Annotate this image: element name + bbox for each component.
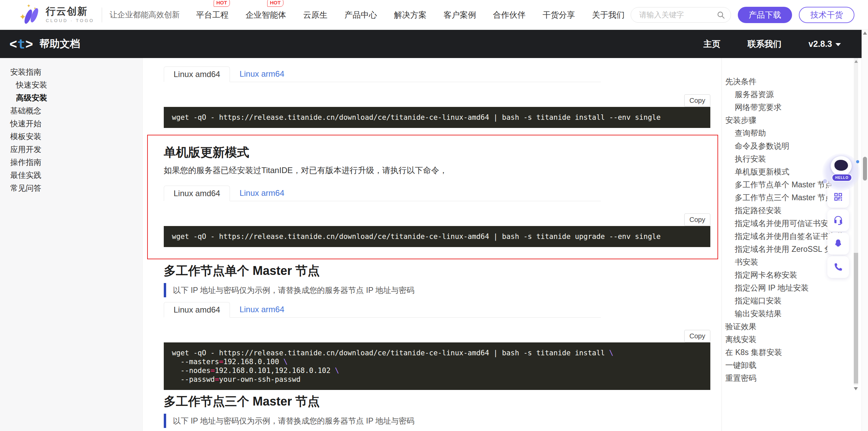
toc-item[interactable]: 验证效果 — [725, 320, 854, 333]
code-block-wrap: Copy wget -qO - https://release.titanide… — [164, 342, 710, 390]
nav-item-客户案例[interactable]: 客户案例 — [441, 7, 479, 22]
toc-item[interactable]: 重置密码 — [725, 372, 854, 385]
toc-item[interactable]: 安装步骤 — [725, 114, 854, 127]
logo-letter: t — [17, 37, 25, 52]
home-link[interactable]: 主页 — [703, 38, 720, 50]
docs-logo[interactable]: <t> — [9, 37, 33, 52]
sidebar-item[interactable]: 模板安装 — [0, 130, 142, 143]
code-block-multi-node: wget -qO - https://release.titanide.cn/d… — [164, 342, 710, 390]
sidebar-item[interactable]: 操作指南 — [0, 156, 142, 169]
logo-bracket-left: < — [9, 37, 17, 52]
note-bar — [164, 283, 166, 297]
sidebar: 安装指南快速安装高级安装基础概念快速开始模板安装应用开发操作指南最佳实践常见问答 — [0, 58, 143, 431]
tab-linux-arm64[interactable]: Linux arm64 — [230, 302, 294, 317]
toc-item[interactable]: 先决条件 — [725, 75, 854, 88]
product-download-button[interactable]: 产品下载 — [738, 7, 792, 23]
nav-item-云原生[interactable]: 云原生 — [300, 7, 330, 22]
section-title-multi-single-master: 多工作节点单个 Master 节点 — [164, 263, 710, 279]
page-scrollbar-thumb[interactable] — [863, 157, 867, 181]
toc-item[interactable]: 一键卸载 — [725, 359, 854, 372]
hot-badge: HOT — [214, 0, 230, 7]
tab-linux-amd64[interactable]: Linux amd64 — [164, 67, 230, 82]
tab-linux-amd64[interactable]: Linux amd64 — [164, 302, 230, 318]
scroll-down-icon[interactable] — [854, 387, 858, 390]
nav-item-label: 产品中心 — [344, 10, 377, 19]
toc-item[interactable]: 指定公网 IP 地址安装 — [725, 281, 854, 294]
code-block-install: wget -qO - https://release.titanide.cn/d… — [164, 107, 710, 128]
phone-icon — [833, 262, 843, 272]
toc-item[interactable]: 网络带宽要求 — [725, 101, 854, 114]
sidebar-item[interactable]: 常见问答 — [0, 182, 142, 194]
toc-item[interactable]: 输出安装结果 — [725, 307, 854, 320]
toc-item[interactable]: 服务器资源 — [725, 88, 854, 101]
sidebar-item[interactable]: 快速开始 — [0, 117, 142, 130]
sidebar-item[interactable]: 基础概念 — [0, 104, 142, 117]
sidebar-item[interactable]: 最佳实践 — [0, 169, 142, 182]
tab-linux-amd64[interactable]: Linux amd64 — [164, 186, 230, 201]
toc-item[interactable]: 查询帮助 — [725, 127, 854, 139]
toc-item[interactable]: 在 K8s 集群安装 — [725, 346, 854, 359]
docs-layout: 安装指南快速安装高级安装基础概念快速开始模板安装应用开发操作指南最佳实践常见问答… — [0, 58, 862, 431]
main-content: Linux amd64 Linux arm64 Copy wget -qO - … — [143, 58, 722, 431]
copy-button[interactable]: Copy — [684, 330, 710, 342]
section-desc: 如果您的服务器已经安装过TitanIDE，对已有版本进行升级，请执行以下命令， — [164, 165, 710, 175]
note-blockquote: 以下 IP 地址与密码仅为示例，请替换成您的服务器节点 IP 地址与密码 — [164, 283, 710, 297]
contact-link[interactable]: 联系我们 — [747, 38, 781, 50]
qrcode-icon — [833, 192, 843, 202]
copy-button[interactable]: Copy — [684, 94, 710, 107]
search-input[interactable] — [638, 10, 716, 20]
brand-tagline: 让企业都能高效创新 — [110, 10, 180, 20]
toc-item[interactable]: 命令及参数说明 — [725, 139, 854, 152]
tech-articles-button[interactable]: 技术干货 — [799, 7, 854, 23]
docs-navbar: <t> 帮助文档 主页 联系我们 v2.8.3 — [0, 30, 862, 58]
nav-item-平台工程[interactable]: HOT平台工程 — [193, 7, 231, 22]
nav-item-干货分享[interactable]: 干货分享 — [540, 7, 578, 22]
nav-item-解决方案[interactable]: 解决方案 — [391, 7, 429, 22]
phone-button[interactable] — [827, 256, 849, 278]
version-dropdown[interactable]: v2.8.3 — [808, 39, 841, 49]
chevron-down-icon — [835, 43, 841, 46]
tab-linux-arm64[interactable]: Linux arm64 — [230, 66, 294, 82]
content-frame: <t> 帮助文档 主页 联系我们 v2.8.3 安装指南快速安装高级安装基础概念… — [0, 30, 862, 431]
copy-button[interactable]: Copy — [684, 213, 710, 226]
note-text: 以下 IP 地址与密码仅为示例，请替换成您的服务器节点 IP 地址与密码 — [166, 416, 414, 426]
nav-item-关于我们[interactable]: 关于我们 — [589, 7, 627, 22]
sidebar-item[interactable]: 快速安装 — [0, 78, 142, 91]
search-icon[interactable] — [716, 11, 725, 19]
docs-title: 帮助文档 — [39, 37, 80, 51]
toc-scrollbar[interactable] — [854, 58, 858, 385]
headset-button[interactable] — [827, 209, 849, 231]
hot-badge: HOT — [267, 0, 283, 7]
version-label: v2.8.3 — [808, 39, 832, 49]
code-block-wrap: Copy wget -qO - https://release.titanide… — [164, 226, 710, 247]
sidebar-item[interactable]: 高级安装 — [0, 91, 142, 104]
note-blockquote: 以下 IP 地址与密码仅为示例，请替换成您的服务器节点 IP 地址与密码 — [164, 414, 710, 428]
docs-links: 主页 联系我们 v2.8.3 — [703, 38, 841, 50]
toc-item[interactable]: 离线安装 — [725, 333, 854, 346]
page-scrollbar[interactable] — [862, 30, 868, 431]
os-tabbar: Linux amd64 Linux arm64 — [164, 302, 601, 318]
scroll-up-icon[interactable] — [863, 32, 867, 35]
sidebar-item[interactable]: 安装指南 — [0, 65, 142, 78]
top-navbar: ✦✦✦ 行云创新 CLOUD · TOGO 让企业都能高效创新 HOT平台工程H… — [0, 0, 868, 30]
nav-item-合作伙伴[interactable]: 合作伙伴 — [490, 7, 528, 22]
nav-item-产品中心[interactable]: 产品中心 — [342, 7, 380, 22]
nav-item-企业智能体[interactable]: HOT企业智能体 — [243, 7, 289, 22]
note-bar — [164, 414, 166, 428]
assistant-mascot[interactable]: HELLO — [822, 153, 860, 191]
section-title-single-upgrade: 单机版更新模式 — [164, 144, 710, 161]
tab-linux-arm64[interactable]: Linux arm64 — [230, 185, 294, 201]
nav-item-label: 关于我们 — [592, 10, 625, 19]
nav-item-label: 合作伙伴 — [493, 10, 526, 19]
brand-subtitle: CLOUD · TOGO — [46, 18, 94, 23]
brand-logo[interactable]: ✦✦✦ 行云创新 CLOUD · TOGO — [19, 4, 94, 26]
annotation-red-box: 单机版更新模式 如果您的服务器已经安装过TitanIDE，对已有版本进行升级，请… — [147, 135, 718, 259]
sidebar-item[interactable]: 应用开发 — [0, 143, 142, 156]
section-title-multi-three-master: 多工作节点三个 Master 节点 — [164, 393, 710, 410]
hello-badge: HELLO — [832, 174, 852, 182]
toc-scrollbar-thumb[interactable] — [854, 253, 858, 383]
qq-button[interactable] — [827, 233, 849, 255]
toc-item[interactable]: 指定端口安装 — [725, 294, 854, 307]
divider — [102, 7, 102, 22]
scroll-up-icon[interactable] — [854, 60, 858, 63]
